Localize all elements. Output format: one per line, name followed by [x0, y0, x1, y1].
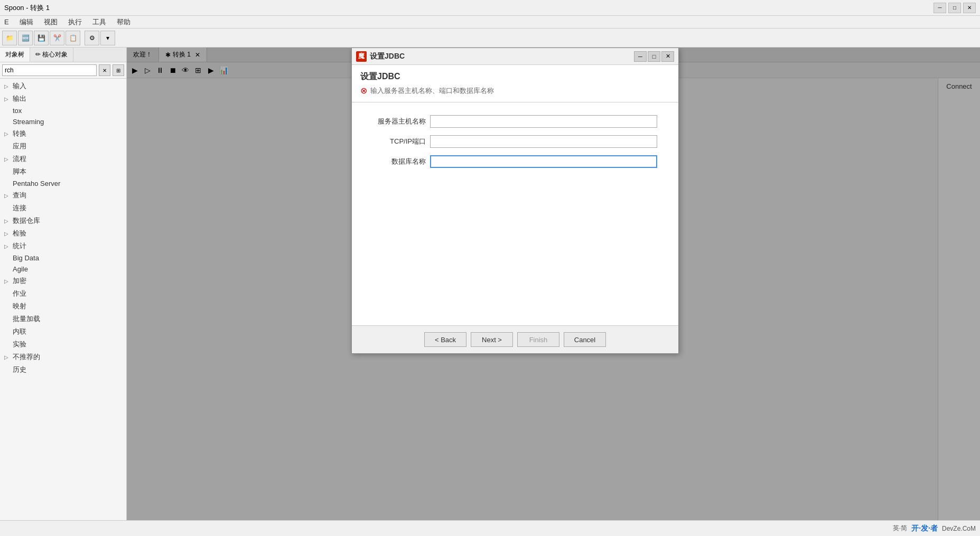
modal-overlay: 魔 设置JDBC ─ □ ✕ 设置JDBC ⊗	[127, 48, 980, 520]
search-input[interactable]	[2, 64, 97, 76]
dialog-header: 设置JDBC ⊗ 输入服务器主机名称、端口和数据库名称	[352, 65, 678, 102]
form-row-hostname: 服务器主机名称	[373, 115, 657, 128]
menu-bar: E 编辑 视图 执行 工具 帮助	[0, 16, 980, 29]
toolbar-save[interactable]: 💾	[34, 31, 49, 45]
tree-item-flow[interactable]: ▷ 流程	[0, 153, 126, 165]
tree-item-label: Streaming	[13, 118, 44, 126]
dialog-title-bar: 魔 设置JDBC ─ □ ✕	[352, 48, 678, 65]
dialog-close[interactable]: ✕	[661, 51, 674, 62]
title-bar-left: Spoon - 转换 1	[4, 3, 50, 13]
tree-item-connect[interactable]: 连接	[0, 202, 126, 214]
tree-item-inline[interactable]: 内联	[0, 325, 126, 338]
toolbar-paste[interactable]: 📋	[66, 31, 80, 45]
search-view-button[interactable]: ⊞	[113, 64, 124, 76]
tree-item-label: Pentaho Server	[13, 180, 60, 187]
title-bar: Spoon - 转换 1 ─ □ ✕	[0, 0, 980, 16]
tree-item-warehouse[interactable]: ▷ 数据仓库	[0, 214, 126, 227]
toolbar-new[interactable]: 🆕	[18, 31, 33, 45]
tree-item-input[interactable]: ▷ 输入	[0, 80, 126, 92]
toolbar-dropdown[interactable]: ▾	[100, 31, 115, 45]
dialog-footer: < Back Next > Finish Cancel	[352, 325, 678, 353]
menu-e[interactable]: E	[2, 17, 11, 27]
menu-edit[interactable]: 编辑	[17, 16, 35, 28]
tree-item-stats[interactable]: ▷ 统计	[0, 240, 126, 252]
minimize-button[interactable]: ─	[934, 3, 946, 13]
tree-item-mapping[interactable]: 映射	[0, 300, 126, 313]
next-button[interactable]: Next >	[471, 332, 513, 347]
hostname-input[interactable]	[430, 115, 657, 128]
tree-item-label: 数据仓库	[13, 216, 40, 225]
menu-view[interactable]: 视图	[42, 16, 60, 28]
tree-item-label: 加密	[13, 276, 26, 286]
tree-item-transform[interactable]: ▷ 转换	[0, 127, 126, 140]
expand-icon: ▷	[4, 156, 11, 162]
error-icon: ⊗	[360, 86, 367, 96]
sidebar-tabs: 对象树 ✏ 核心对象	[0, 48, 126, 62]
tree-item-label: 历史	[13, 365, 26, 374]
toolbar-settings[interactable]: ⚙	[85, 31, 99, 45]
dbname-label: 数据库名称	[373, 157, 426, 166]
lang-indicator: 英·简	[893, 524, 907, 533]
tree-item-tox[interactable]: tox	[0, 105, 126, 116]
toolbar-cut[interactable]: ✂️	[50, 31, 64, 45]
back-button[interactable]: < Back	[424, 332, 466, 347]
dialog-minimize[interactable]: ─	[634, 51, 647, 62]
tree-item-bigdata[interactable]: Big Data	[0, 252, 126, 264]
dialog-icon: 魔	[356, 51, 367, 62]
tree-item-deprecated[interactable]: ▷ 不推荐的	[0, 351, 126, 363]
tree-item-validate[interactable]: ▷ 检验	[0, 227, 126, 240]
dialog-maximize[interactable]: □	[648, 51, 660, 62]
tree-item-label: 内联	[13, 327, 26, 336]
tree-item-batch[interactable]: 批量加载	[0, 313, 126, 325]
tree-container: ▷ 输入 ▷ 输出 tox Streaming ▷ 转换	[0, 79, 126, 520]
cancel-button[interactable]: Cancel	[564, 332, 606, 347]
dbname-input[interactable]	[430, 155, 657, 168]
menu-tools[interactable]: 工具	[90, 16, 108, 28]
tree-item-experiment[interactable]: 实验	[0, 338, 126, 351]
tree-item-encrypt[interactable]: ▷ 加密	[0, 275, 126, 287]
menu-execute[interactable]: 执行	[66, 16, 84, 28]
search-bar: ✕ ⊞	[0, 62, 126, 79]
tree-item-label: 检验	[13, 229, 26, 238]
tree-item-script[interactable]: 脚本	[0, 165, 126, 178]
port-input[interactable]	[430, 135, 657, 148]
sidebar-tab-tree[interactable]: 对象树	[0, 48, 30, 62]
app-title: Spoon - 转换 1	[4, 3, 50, 13]
form-row-dbname: 数据库名称	[373, 155, 657, 168]
tree-item-job[interactable]: 作业	[0, 287, 126, 300]
form-row-port: TCP/IP端口	[373, 135, 657, 148]
finish-button[interactable]: Finish	[517, 332, 559, 347]
maximize-button[interactable]: □	[948, 3, 961, 13]
expand-icon: ▷	[4, 218, 11, 224]
tree-item-pentaho[interactable]: Pentaho Server	[0, 178, 126, 189]
tree-item-streaming[interactable]: Streaming	[0, 116, 126, 127]
tree-item-label: 应用	[13, 142, 26, 151]
expand-icon: ▷	[4, 231, 11, 237]
tree-item-label: 不推荐的	[13, 352, 40, 362]
expand-icon: ▷	[4, 83, 11, 89]
tree-item-label: 统计	[13, 241, 26, 251]
tree-item-agile[interactable]: Agile	[0, 264, 126, 275]
hostname-label: 服务器主机名称	[373, 117, 426, 126]
sidebar-tab-core[interactable]: ✏ 核心对象	[30, 48, 73, 62]
toolbar-open[interactable]: 📁	[2, 31, 17, 45]
search-clear-button[interactable]: ✕	[99, 64, 110, 76]
expand-icon: ▷	[4, 243, 11, 249]
tree-item-output[interactable]: ▷ 输出	[0, 92, 126, 105]
tree-item-history[interactable]: 历史	[0, 363, 126, 376]
watermark-text: 开·发·者	[911, 524, 938, 533]
tree-item-label: 实验	[13, 340, 26, 349]
tree-item-query[interactable]: ▷ 查询	[0, 189, 126, 202]
expand-icon: ▷	[4, 193, 11, 199]
jdbc-dialog: 魔 设置JDBC ─ □ ✕ 设置JDBC ⊗	[351, 48, 679, 354]
tree-item-apply[interactable]: 应用	[0, 140, 126, 153]
close-button[interactable]: ✕	[963, 3, 976, 13]
dialog-title-left: 魔 设置JDBC	[356, 51, 405, 62]
menu-help[interactable]: 帮助	[115, 16, 133, 28]
dialog-controls: ─ □ ✕	[634, 51, 674, 62]
tree-item-label: 转换	[13, 129, 26, 138]
port-label: TCP/IP端口	[373, 137, 426, 146]
tree-item-label: 脚本	[13, 167, 26, 176]
right-panel: 欢迎！ ✱ 转换 1 ✕ ▶ ▷ ⏸ ⏹ 👁 ⊞ ▶ 📊	[127, 48, 980, 520]
sidebar: 对象树 ✏ 核心对象 ✕ ⊞ ▷ 输入 ▷ 输出	[0, 48, 127, 520]
